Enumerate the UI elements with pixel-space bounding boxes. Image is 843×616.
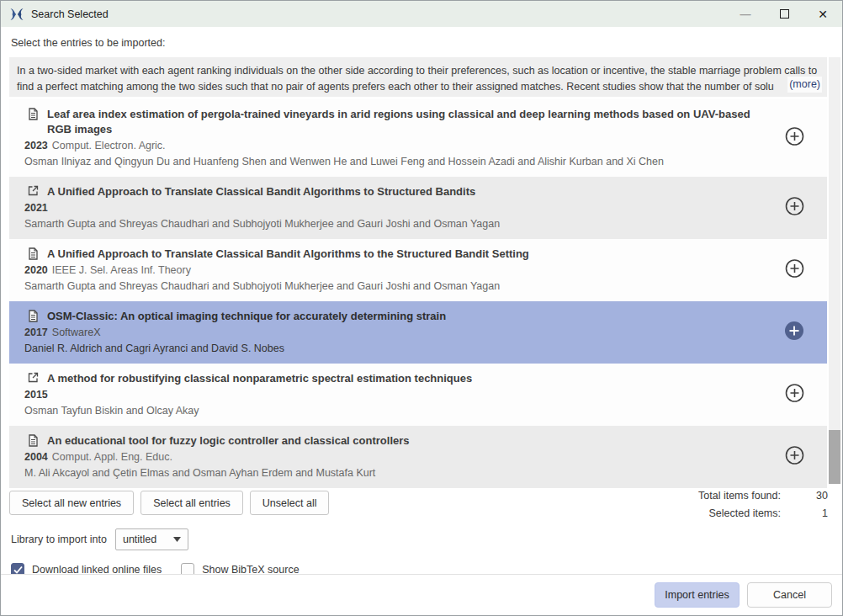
plus-circle-filled-icon (784, 321, 804, 344)
plus-circle-icon (785, 127, 804, 150)
entry-authors: Osman Tayfun Biskin and Olcay Akay (24, 404, 768, 418)
maximize-button[interactable] (765, 1, 803, 27)
entry-year: 2021 (24, 202, 48, 214)
selection-toolbar: Select all new entries Select all entrie… (1, 484, 842, 515)
plus-circle-icon (785, 259, 804, 282)
cancel-button[interactable]: Cancel (747, 582, 832, 608)
entry-journal: IEEE J. Sel. Areas Inf. Theory (52, 264, 191, 276)
more-link[interactable]: (more) (787, 77, 822, 93)
list-item[interactable]: Leaf area index estimation of pergola-tr… (9, 99, 827, 177)
minimize-button[interactable]: — (726, 1, 765, 27)
list-item[interactable]: A Unified Approach to Translate Classica… (9, 239, 827, 301)
add-entry-button[interactable] (785, 384, 804, 406)
entry-title: OSM-Classic: An optical imaging techniqu… (47, 309, 446, 324)
selected-items-value: 1 (789, 507, 828, 519)
vertical-scrollbar[interactable] (829, 57, 840, 484)
file-icon (28, 310, 39, 322)
entry-year: 2017 (24, 327, 48, 338)
entry-year: 2004 (24, 451, 48, 463)
add-entry-button[interactable] (785, 446, 804, 469)
entry-journal: Comput. Appl. Eng. Educ. (52, 451, 172, 463)
entry-list-area: In a two-sided market with each agent ra… (9, 57, 840, 484)
entry-year: 2020 (24, 264, 48, 276)
library-label: Library to import into (11, 534, 107, 545)
entry-meta: 2015 (24, 388, 768, 402)
entry-title: A Unified Approach to Translate Classica… (47, 184, 475, 199)
search-selected-dialog: Search Selected — ✕ Select the entries t… (0, 0, 843, 616)
entry-year: 2015 (24, 389, 48, 401)
library-dropdown-value: untitled (123, 534, 156, 545)
entry-meta: 2004Comput. Appl. Eng. Educ. (24, 450, 768, 465)
list-item[interactable]: OSM-Classic: An optical imaging techniqu… (9, 301, 827, 364)
entry-authors: Osman Ilniyaz and Qingyun Du and Huanfen… (24, 155, 768, 169)
options-row: Download linked online files Show BibTeX… (1, 550, 842, 576)
add-entry-button[interactable] (784, 321, 804, 344)
total-items-value: 30 (789, 490, 828, 502)
file-icon (28, 108, 39, 120)
entry-title: A Unified Approach to Translate Classica… (47, 247, 529, 262)
jabref-logo-icon (8, 6, 25, 23)
selected-items-label: Selected items: (698, 507, 781, 519)
abstract-preview: In a two-sided market with each agent ra… (9, 57, 827, 97)
library-select-row: Library to import into untitled (1, 515, 842, 550)
entry-authors: Samarth Gupta and Shreyas Chaudhari and … (24, 217, 768, 231)
entry-list: Leaf area index estimation of pergola-tr… (9, 99, 827, 488)
plus-circle-icon (785, 446, 804, 469)
list-item[interactable]: An educational tool for fuzzy logic cont… (9, 426, 827, 488)
entry-authors: M. Ali Akcayol and Çetin Elmas and Osman… (24, 466, 768, 481)
external-link-icon (28, 372, 39, 383)
entry-journal: SoftwareX (52, 327, 101, 338)
window-title: Search Selected (31, 8, 726, 20)
entry-authors: Daniel R. Aldrich and Cagri Ayranci and … (24, 342, 768, 356)
total-items-label: Total items found: (698, 490, 781, 502)
external-link-icon (28, 185, 39, 196)
select-all-new-entries-button[interactable]: Select all new entries (9, 491, 134, 515)
entry-meta: 2023Comput. Electron. Agric. (24, 139, 768, 153)
add-entry-button[interactable] (785, 197, 804, 220)
file-icon (28, 434, 39, 447)
add-entry-button[interactable] (785, 259, 804, 282)
dialog-footer: Import entries Cancel (1, 574, 842, 615)
import-entries-button[interactable]: Import entries (655, 582, 740, 608)
entry-meta: 2017SoftwareX (24, 326, 768, 340)
close-button[interactable]: ✕ (803, 1, 842, 27)
title-bar: Search Selected — ✕ (1, 1, 842, 27)
chevron-down-icon (173, 537, 181, 542)
unselect-all-button[interactable]: Unselect all (250, 491, 330, 515)
instruction-label: Select the entries to be imported: (1, 27, 842, 57)
entry-meta: 2021 (24, 201, 768, 215)
plus-circle-icon (785, 197, 804, 220)
entry-year: 2023 (24, 140, 48, 151)
plus-circle-icon (785, 384, 804, 406)
scrollbar-thumb[interactable] (829, 430, 840, 484)
entry-meta: 2020IEEE J. Sel. Areas Inf. Theory (24, 263, 768, 278)
entry-authors: Samarth Gupta and Shreyas Chaudhari and … (24, 279, 768, 294)
add-entry-button[interactable] (785, 127, 804, 150)
result-stats: Total items found: 30 Selected items: 1 (698, 490, 828, 519)
file-icon (28, 247, 39, 260)
abstract-text: In a two-sided market with each agent ra… (17, 65, 817, 93)
select-all-entries-button[interactable]: Select all entries (140, 491, 243, 515)
list-item[interactable]: A Unified Approach to Translate Classica… (9, 177, 827, 239)
entry-title: Leaf area index estimation of pergola-tr… (47, 107, 768, 137)
list-item[interactable]: A method for robustifying classical nonp… (9, 364, 827, 426)
entry-title: An educational tool for fuzzy logic cont… (47, 433, 410, 449)
entry-journal: Comput. Electron. Agric. (52, 140, 166, 151)
library-dropdown[interactable]: untitled (115, 528, 188, 550)
entry-title: A method for robustifying classical nonp… (47, 371, 472, 386)
